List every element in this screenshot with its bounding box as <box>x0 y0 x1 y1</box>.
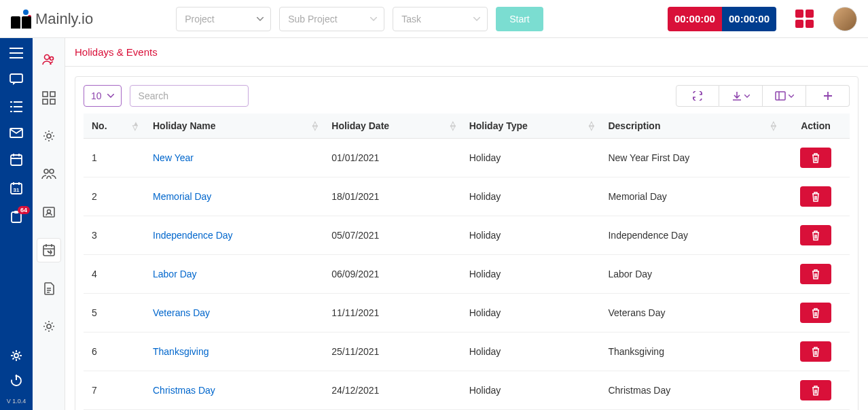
svg-rect-0 <box>10 74 22 82</box>
mail-icon[interactable] <box>10 128 23 138</box>
delete-button[interactable] <box>800 303 831 323</box>
logo-icon <box>11 10 31 29</box>
start-button[interactable]: Start <box>496 7 543 31</box>
cell-type: Holiday <box>461 294 600 332</box>
page-title: Holidays & Events <box>75 46 158 58</box>
settings2-icon[interactable] <box>37 314 61 339</box>
power-icon[interactable] <box>10 373 23 387</box>
id-card-icon[interactable] <box>37 200 61 224</box>
svg-rect-12 <box>43 92 48 97</box>
cell-type: Holiday <box>461 332 600 371</box>
delete-button[interactable] <box>800 341 831 362</box>
calendar-event-icon[interactable] <box>37 238 61 262</box>
timer-2: 00:00:00 <box>722 7 776 31</box>
table-toolbar: 10 <box>84 85 850 107</box>
people-icon[interactable] <box>37 48 61 72</box>
apps-grid-icon[interactable] <box>795 10 814 28</box>
chevron-down-icon <box>257 17 264 21</box>
cell-name[interactable]: Christmas Day <box>145 371 323 410</box>
top-selects: Project Sub Project Task <box>176 7 488 31</box>
cell-desc: Veterans Day <box>600 294 782 332</box>
col-no[interactable]: No.▲▽ <box>84 114 145 139</box>
cell-type: Holiday <box>461 216 600 255</box>
cell-no: 5 <box>84 294 145 332</box>
calendar-31-icon[interactable]: 31 <box>10 182 23 195</box>
chevron-down-icon <box>370 17 377 21</box>
delete-button[interactable] <box>800 186 831 207</box>
cell-type: Holiday <box>461 139 600 177</box>
cell-desc: Labor Day <box>600 255 782 294</box>
page-header: Holidays & Events <box>65 38 868 67</box>
version-label: V 1.0.4 <box>7 398 26 405</box>
settings-icon[interactable] <box>10 349 23 362</box>
project-select[interactable]: Project <box>176 7 271 31</box>
content: Holidays & Events 10 <box>65 38 868 410</box>
table-row: 7Christmas Day24/12/2021HolidayChristmas… <box>84 371 850 410</box>
avatar[interactable] <box>833 7 857 31</box>
svg-rect-21 <box>43 245 54 256</box>
add-button[interactable] <box>806 85 850 107</box>
task-select[interactable]: Task <box>393 7 488 31</box>
col-desc[interactable]: Description△▽ <box>600 114 782 139</box>
columns-button[interactable] <box>763 85 806 107</box>
col-action: Action <box>782 114 850 139</box>
col-type[interactable]: Holiday Type△▽ <box>461 114 600 139</box>
cell-date: 11/11/2021 <box>323 294 460 332</box>
holidays-table: No.▲▽ Holiday Name△▽ Holiday Date△▽ Holi… <box>84 114 850 410</box>
delete-button[interactable] <box>800 148 831 168</box>
cell-name[interactable]: Labor Day <box>145 255 323 294</box>
cell-name[interactable]: Memorial Day <box>145 177 323 216</box>
cell-desc: New Year First Day <box>600 139 782 177</box>
col-name[interactable]: Holiday Name△▽ <box>145 114 323 139</box>
refresh-button[interactable] <box>676 85 719 107</box>
svg-point-22 <box>47 324 51 328</box>
chat-icon[interactable] <box>10 73 23 86</box>
gear-icon[interactable] <box>37 124 61 148</box>
chevron-down-icon <box>107 94 114 98</box>
cell-type: Holiday <box>461 255 600 294</box>
cell-name[interactable]: Thanksgiving <box>145 332 323 371</box>
cell-desc: Independence Day <box>600 216 782 255</box>
menu-icon[interactable] <box>10 48 23 58</box>
download-button[interactable] <box>719 85 763 107</box>
search-input[interactable] <box>130 85 249 107</box>
delete-button[interactable] <box>800 225 831 245</box>
cell-desc: Christmas Day <box>600 371 782 410</box>
timer-1: 00:00:00 <box>668 7 722 31</box>
clipboard-icon[interactable]: 64 <box>10 210 23 224</box>
tasks-icon[interactable] <box>10 101 23 113</box>
logo[interactable]: Mainly.io <box>11 10 93 29</box>
table-row: 2Memorial Day18/01/2021HolidayMemorial D… <box>84 177 850 216</box>
table-row: 6Thanksgiving25/11/2021HolidayThanksgivi… <box>84 332 850 371</box>
svg-point-16 <box>47 134 51 138</box>
table-row: 1New Year01/01/2021HolidayNew Year First… <box>84 139 850 177</box>
cell-no: 7 <box>84 371 145 410</box>
cell-name[interactable]: New Year <box>145 139 323 177</box>
table-row: 5Veterans Day11/11/2021HolidayVeterans D… <box>84 294 850 332</box>
sidebar-secondary <box>33 38 65 410</box>
svg-point-17 <box>44 169 48 173</box>
dashboard-icon[interactable] <box>37 86 61 110</box>
topbar: Mainly.io Project Sub Project Task Start… <box>0 0 868 38</box>
team-icon[interactable] <box>37 162 61 186</box>
report-icon[interactable] <box>37 276 61 301</box>
page-size-select[interactable]: 10 <box>84 85 122 107</box>
delete-button[interactable] <box>800 264 831 284</box>
cell-name[interactable]: Independence Day <box>145 216 323 255</box>
svg-point-20 <box>47 210 50 213</box>
notification-badge: 64 <box>18 206 30 214</box>
svg-rect-19 <box>43 207 54 217</box>
chevron-down-icon <box>473 17 480 21</box>
svg-rect-13 <box>50 92 55 97</box>
subproject-select[interactable]: Sub Project <box>279 7 384 31</box>
calendar-icon[interactable] <box>10 153 23 167</box>
svg-rect-23 <box>776 92 785 100</box>
cell-name[interactable]: Veterans Day <box>145 294 323 332</box>
cell-no: 1 <box>84 139 145 177</box>
col-date[interactable]: Holiday Date△▽ <box>323 114 460 139</box>
cell-no: 3 <box>84 216 145 255</box>
logo-text: Mainly.io <box>35 10 93 28</box>
table-row: 4Labor Day06/09/2021HolidayLabor Day <box>84 255 850 294</box>
delete-button[interactable] <box>800 380 831 400</box>
svg-point-7 <box>14 354 18 358</box>
